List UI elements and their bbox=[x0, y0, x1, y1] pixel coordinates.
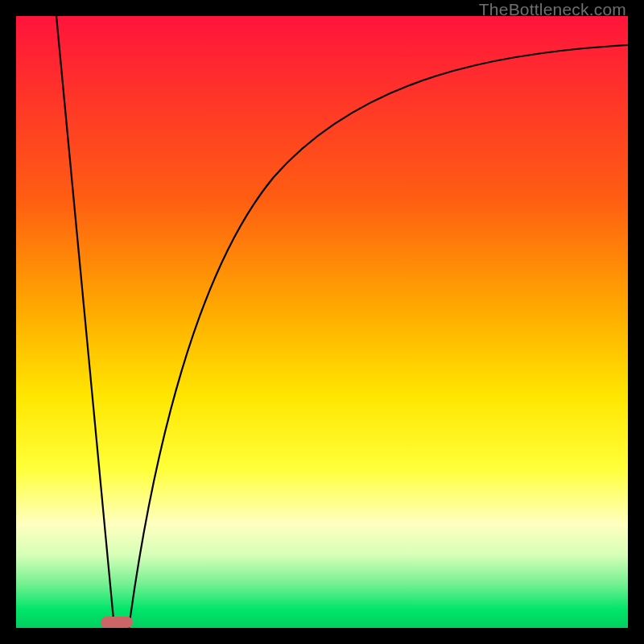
curve-left-branch bbox=[56, 16, 114, 628]
chart-frame: TheBottleneck.com bbox=[0, 0, 644, 644]
curve-right-branch bbox=[129, 45, 628, 628]
plot-area bbox=[16, 16, 628, 628]
watermark-text: TheBottleneck.com bbox=[479, 0, 626, 19]
optimal-range-marker bbox=[101, 617, 133, 628]
bottleneck-curve bbox=[16, 16, 628, 628]
